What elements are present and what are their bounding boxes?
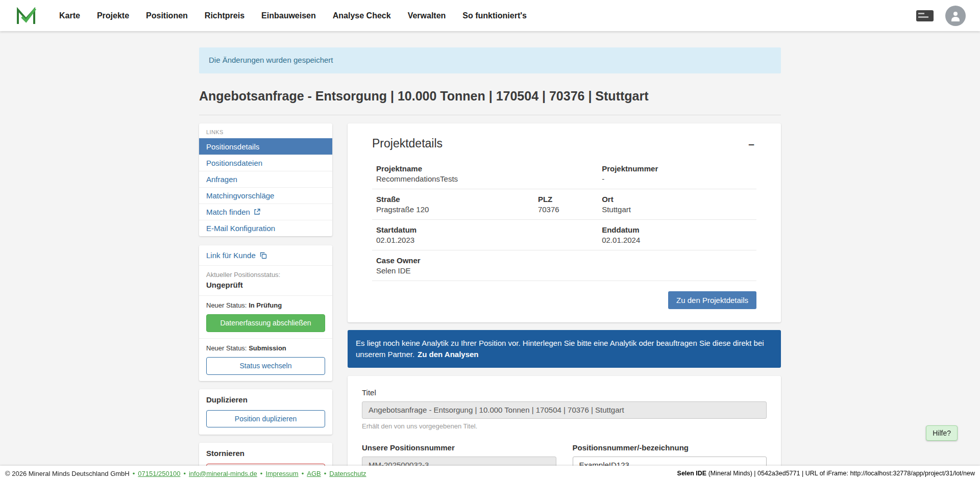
footer-user-name: Selen IDE <box>677 470 707 477</box>
analytics-banner: Es liegt noch keine Analytik zu Ihrer Po… <box>348 330 781 368</box>
project-details-link-button[interactable]: Zu den Projektdetails <box>668 291 756 309</box>
next-status-section-review: Neuer Status: In Prüfung Datenerfassung … <box>199 296 332 339</box>
field-projektnummer: Projektnummer - <box>602 164 752 183</box>
footer-separator: • <box>260 470 263 477</box>
title-help: Erhält den von uns vorgegebenen Titel. <box>362 422 767 430</box>
sidebar-item-positionsdateien[interactable]: Positionsdateien <box>199 155 332 171</box>
sidebar-item-match-finden[interactable]: Match finden <box>199 204 332 220</box>
field-label: Startdatum <box>376 225 602 234</box>
our-number-label: Unsere Positionsnummer <box>362 443 556 452</box>
project-details-row: Startdatum 02.01.2023 Enddatum 02.01.202… <box>372 220 756 250</box>
switch-status-button[interactable]: Status wechseln <box>206 357 325 375</box>
field-value: 02.01.2024 <box>602 236 752 244</box>
next-status-line-submission: Neuer Status: Submission <box>199 339 332 356</box>
footer-user-details: (Mineral Minds) | 0542a3ed5771 | URL of … <box>706 470 975 477</box>
mineral-minds-logo[interactable] <box>15 5 37 27</box>
duplicate-position-button[interactable]: Position duplizieren <box>206 410 325 428</box>
field-label: Projektname <box>376 164 602 173</box>
footer-link-agb[interactable]: AGB <box>307 470 321 477</box>
card-icon[interactable] <box>916 10 934 22</box>
copy-icon <box>260 252 267 259</box>
position-number-label: Positionsnummer/-bezeichnung <box>573 443 767 452</box>
nav-item-verwalten[interactable]: Verwalten <box>408 11 446 20</box>
field-case-owner: Case Owner Selen IDE <box>376 256 752 275</box>
nav-item-einbauweisen[interactable]: Einbauweisen <box>261 11 316 20</box>
card-icon-graphic <box>916 10 934 22</box>
footer-copyright: © 2026 Mineral Minds Deutschland GmbH <box>5 470 130 477</box>
nav-item-projekte[interactable]: Projekte <box>97 11 129 20</box>
field-strasse: Straße Pragstraße 120 <box>376 195 538 214</box>
field-plz: PLZ 70376 <box>538 195 602 214</box>
nav-item-karte[interactable]: Karte <box>59 11 80 20</box>
footer-link-phone[interactable]: 07151/250100 <box>138 470 180 477</box>
sidebar-item-matchingvorschlaege[interactable]: Matchingvorschläge <box>199 187 332 204</box>
current-status-value: Ungeprüft <box>206 281 325 289</box>
main-column: Projektdetails – Projektname Recommendat… <box>348 123 781 481</box>
field-value: Selen IDE <box>376 266 752 275</box>
main-content: Die Änderungen wurden gespeichert Angebo… <box>199 47 781 481</box>
field-label: Ort <box>602 195 752 204</box>
links-header: LINKS <box>199 123 332 138</box>
sidebar-item-label: Positionsdateien <box>206 159 262 167</box>
person-icon <box>949 10 962 22</box>
footer-user-info: Selen IDE (Mineral Minds) | 0542a3ed5771… <box>677 470 975 477</box>
field-value: - <box>602 174 752 183</box>
field-value: Stuttgart <box>602 205 752 214</box>
nav-item-richtpreis[interactable]: Richtpreis <box>205 11 244 20</box>
footer-link-email[interactable]: info@mineral-minds.de <box>189 470 257 477</box>
next-status-section-submission: Neuer Status: Submission Status wechseln <box>199 339 332 381</box>
sidebar-item-email-konfiguration[interactable]: E-Mail Konfiguration <box>199 220 332 236</box>
sidebar-item-positionsdetails[interactable]: Positionsdetails <box>199 138 332 155</box>
sidebar-item-anfragen[interactable]: Anfragen <box>199 171 332 187</box>
field-value: 70376 <box>538 205 602 214</box>
field-value: Pragstraße 120 <box>376 205 538 214</box>
project-details-actions: Zu den Projektdetails <box>372 281 756 311</box>
header-actions <box>916 6 966 26</box>
field-value: RecommendationsTests <box>376 174 602 183</box>
field-enddatum: Enddatum 02.01.2024 <box>602 225 752 244</box>
page-title: Angebotsanfrage - Entsorgung | 10.000 To… <box>199 89 781 115</box>
customer-link-label: Link für Kunde <box>206 251 256 260</box>
field-label: Case Owner <box>376 256 752 265</box>
title-label: Titel <box>362 388 767 397</box>
field-projektname: Projektname RecommendationsTests <box>376 164 602 183</box>
field-label: PLZ <box>538 195 602 204</box>
field-label: Projektnummer <box>602 164 752 173</box>
logo-icon <box>15 5 37 27</box>
sidebar-item-label: Anfragen <box>206 175 237 184</box>
analytics-banner-text: Es liegt noch keine Analytik zu Ihrer Po… <box>356 339 764 359</box>
customer-link[interactable]: Link für Kunde <box>199 245 332 266</box>
project-details-row: Projektname RecommendationsTests Projekt… <box>372 159 756 189</box>
field-value: 02.01.2023 <box>376 236 602 244</box>
project-details-title: Projektdetails <box>372 137 443 150</box>
alert-text: Die Änderungen wurden gespeichert <box>209 56 333 64</box>
field-startdatum: Startdatum 02.01.2023 <box>376 225 602 244</box>
user-avatar[interactable] <box>945 6 966 26</box>
top-nav: Karte Projekte Positionen Richtpreis Ein… <box>0 0 980 31</box>
field-label: Straße <box>376 195 538 204</box>
footer-separator: • <box>183 470 186 477</box>
analytics-link[interactable]: Zu den Analysen <box>418 350 478 359</box>
next-status-value: Submission <box>249 344 286 352</box>
sidebar-item-label: Match finden <box>206 208 250 216</box>
duplicate-title: Duplizieren <box>199 395 332 409</box>
footer-left: © 2026 Mineral Minds Deutschland GmbH • … <box>5 470 366 477</box>
sidebar-item-label: E-Mail Konfiguration <box>206 224 275 233</box>
collapse-button[interactable]: – <box>746 138 756 149</box>
finish-data-entry-button[interactable]: Datenerfassung abschließen <box>206 314 325 332</box>
project-details-card: Projektdetails – Projektname Recommendat… <box>348 123 781 322</box>
next-status-prefix: Neuer Status: <box>206 301 247 309</box>
success-alert: Die Änderungen wurden gespeichert <box>199 47 781 73</box>
sidebar-item-label: Positionsdetails <box>206 142 259 151</box>
next-status-prefix: Neuer Status: <box>206 344 247 352</box>
nav-item-so-funktionierts[interactable]: So funktioniert's <box>462 11 527 20</box>
sidebar-item-label: Matchingvorschläge <box>206 191 274 200</box>
help-button[interactable]: Hilfe? <box>926 425 958 441</box>
title-input <box>362 401 767 419</box>
footer-link-impressum[interactable]: Impressum <box>265 470 298 477</box>
nav-item-analyse-check[interactable]: Analyse Check <box>333 11 391 20</box>
nav-item-positionen[interactable]: Positionen <box>146 11 188 20</box>
project-details-header: Projektdetails – <box>372 137 756 150</box>
footer-link-datenschutz[interactable]: Datenschutz <box>329 470 366 477</box>
main-nav: Karte Projekte Positionen Richtpreis Ein… <box>59 11 527 20</box>
